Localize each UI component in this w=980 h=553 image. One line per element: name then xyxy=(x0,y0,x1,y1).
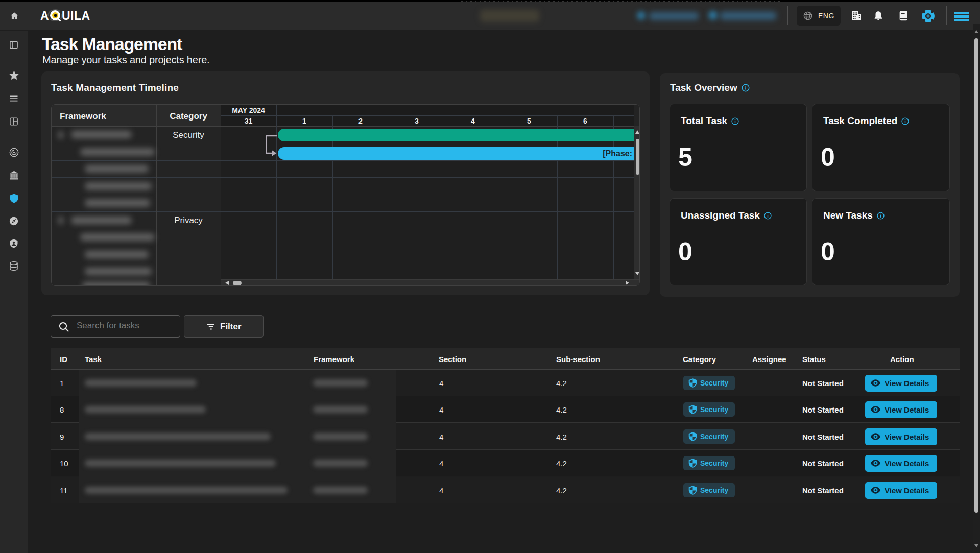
svg-text:UILA: UILA xyxy=(62,9,90,22)
